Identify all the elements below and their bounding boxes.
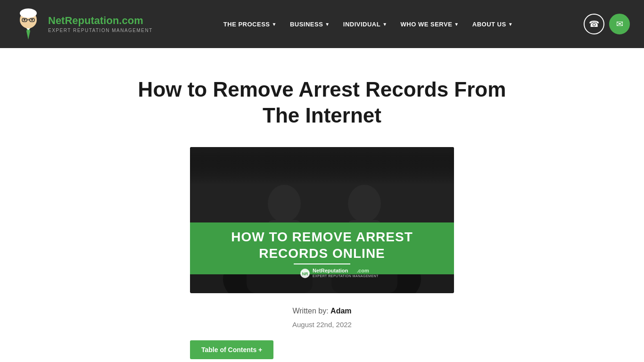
svg-text:RECORDS ONLINE: RECORDS ONLINE [259,246,385,261]
header-actions: ☎ ✉ [584,14,630,34]
svg-point-18 [348,185,381,222]
chevron-down-icon: ▼ [382,22,387,27]
nav-label-individual: INDIVIDUAL [343,21,380,28]
nav-label-business: BUSINESS [290,21,323,28]
toc-button-area: Table of Contents + [96,340,548,359]
svg-rect-30 [190,147,454,185]
nav-item-process[interactable]: THE PROCESS ▼ [218,17,282,32]
nav-label-about-us: ABOUT US [472,21,506,28]
toc-button[interactable]: Table of Contents + [190,340,273,359]
main-content: How to Remove Arrest Records From The In… [86,48,558,362]
image-background: HOW TO REMOVE ARREST RECORDS ONLINE NR N… [190,147,454,293]
chevron-down-icon: ▼ [508,22,513,27]
svg-point-8 [24,19,25,21]
svg-text:HOW TO REMOVE ARREST: HOW TO REMOVE ARREST [231,230,413,244]
nav-item-business[interactable]: BUSINESS ▼ [284,17,336,32]
image-svg: HOW TO REMOVE ARREST RECORDS ONLINE NR N… [190,147,454,293]
nav-label-process: THE PROCESS [223,21,270,28]
svg-text:.com: .com [357,268,369,273]
chevron-down-icon: ▼ [325,22,330,27]
logo-text: NetReputation.com EXPERT REPUTATION MANA… [48,15,153,33]
nav-item-about-us[interactable]: ABOUT US ▼ [467,17,519,32]
email-button[interactable]: ✉ [609,14,630,34]
email-icon: ✉ [616,19,623,29]
chevron-down-icon: ▼ [454,22,459,27]
logo-name: NetReputation.com [48,15,153,26]
phone-button[interactable]: ☎ [584,14,604,34]
logo-com: com [122,15,143,26]
phone-icon: ☎ [589,19,599,29]
author-name: Adam [330,307,351,315]
svg-point-4 [20,8,37,18]
logo-icon [14,8,42,41]
svg-text:EXPERT REPUTATION MANAGEMENT: EXPERT REPUTATION MANAGEMENT [313,274,379,278]
article-author: Written by: Adam [96,304,548,318]
article-date: August 22nd, 2022 [96,318,548,331]
svg-point-9 [31,19,33,21]
logo[interactable]: NetReputation.com EXPERT REPUTATION MANA… [14,8,153,41]
svg-text:NR: NR [302,272,308,276]
nav-label-who-we-serve: WHO WE SERVE [401,21,453,28]
main-nav: THE PROCESS ▼ BUSINESS ▼ INDIVIDUAL ▼ WH… [218,17,519,32]
site-header: NetReputation.com EXPERT REPUTATION MANA… [0,0,644,48]
author-prefix: Written by: [292,307,330,315]
svg-text:NetReputation: NetReputation [313,268,348,273]
article-featured-image: HOW TO REMOVE ARREST RECORDS ONLINE NR N… [190,147,454,293]
svg-point-16 [268,185,301,222]
chevron-down-icon: ▼ [272,22,276,27]
article-title: How to Remove Arrest Records From The In… [119,76,525,128]
logo-tagline: EXPERT REPUTATION MANAGEMENT [48,28,153,33]
article-meta: Written by: Adam August 22nd, 2022 [96,304,548,331]
logo-name-text: NetReputation [48,15,119,26]
nav-item-who-we-serve[interactable]: WHO WE SERVE ▼ [395,17,465,32]
nav-item-individual[interactable]: INDIVIDUAL ▼ [338,17,393,32]
